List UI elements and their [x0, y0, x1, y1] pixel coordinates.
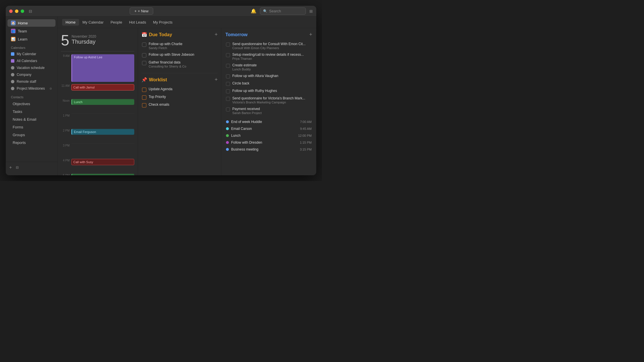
event-dot-purple	[226, 141, 229, 144]
contacts-label: Contacts	[6, 92, 57, 100]
tomorrow-header: Tomorrow +	[225, 32, 312, 38]
tomorrow-task-circle-back[interactable]: Circle back	[225, 80, 312, 87]
time-slot-noon: Lunch	[71, 99, 134, 113]
layout-toggle-icon[interactable]: ⊞	[309, 9, 313, 14]
event-dot-blue	[226, 120, 229, 123]
time-row-1pm: 1 PM	[61, 113, 134, 128]
worklist-add-button[interactable]: +	[214, 77, 218, 83]
tomorrow-task-sub: Priya Thaman	[232, 57, 312, 60]
settings-icon: ⚙	[49, 87, 52, 90]
tomorrow-task-ruthy[interactable]: Follow up with Ruthy Hughes	[225, 87, 312, 95]
event-title: Lunch	[74, 100, 83, 104]
tab-people[interactable]: People	[107, 19, 125, 26]
sidebar-item-groups[interactable]: Groups	[7, 131, 55, 138]
search-placeholder: Search	[269, 9, 281, 13]
sidebar-toggle-icon[interactable]: ⊟	[29, 9, 32, 14]
event-dog-park[interactable]: Dog Park	[71, 174, 134, 175]
tomorrow-checkbox[interactable]	[226, 53, 230, 57]
sidebar-item-all-calendars[interactable]: All Calendars	[7, 58, 55, 64]
tab-hot-leads[interactable]: Hot Leads	[126, 19, 150, 26]
worklist-checkbox[interactable]	[142, 103, 146, 107]
time-slot-1pm	[71, 113, 134, 128]
tomorrow-task-victoria[interactable]: Send questionnaire for Victoria's Branch…	[225, 95, 312, 105]
worklist-header: 📌 Worklist +	[141, 77, 218, 83]
event-call-jamul[interactable]: Call with Jamul	[71, 84, 134, 90]
my-calendar-icon	[11, 52, 14, 56]
task-item-steve[interactable]: Follow up with Steve Jobeson	[141, 51, 218, 59]
sidebar-item-my-calendar[interactable]: My Calendar	[7, 51, 55, 57]
worklist-item-priority[interactable]: Top Priority	[141, 93, 218, 101]
minimize-button[interactable]	[15, 9, 18, 13]
task-checkbox[interactable]	[142, 43, 146, 47]
event-lunch[interactable]: Lunch	[71, 99, 134, 105]
time-label-noon: Noon	[61, 99, 71, 102]
time-event-carson[interactable]: Email Carson 9:45 AM	[225, 125, 312, 132]
tab-home[interactable]: Home	[62, 19, 79, 26]
time-event-time: 12:00 PM	[298, 134, 312, 137]
task-item-charlie[interactable]: Follow up with Charlie Sandy Fletch	[141, 41, 218, 51]
worklist-task-title: Update Agenda	[149, 87, 217, 91]
bell-icon[interactable]: 🔔	[251, 8, 256, 14]
due-today-add-button[interactable]: +	[214, 32, 218, 38]
sidebar-item-remote-staff[interactable]: Remote staff	[7, 78, 55, 85]
worklist-task-title: Top Priority	[149, 95, 217, 99]
sidebar-item-project-milestones[interactable]: Project Milestones ⚙	[7, 85, 55, 92]
sidebar-bottom: + ⊟	[6, 162, 57, 173]
time-label-1pm: 1 PM	[61, 113, 71, 117]
tomorrow-checkbox[interactable]	[226, 89, 230, 93]
worklist-checkbox[interactable]	[142, 95, 146, 100]
section-divider	[141, 73, 218, 73]
sidebar-item-notes-email[interactable]: Notes & Email	[7, 116, 55, 123]
task-checkbox[interactable]	[142, 53, 146, 57]
tab-my-projects[interactable]: My Projects	[150, 19, 176, 26]
sidebar-item-vacation-schedule[interactable]: Vacation schedule	[7, 65, 55, 71]
time-event-huddle[interactable]: End of week Huddle 7:00 AM	[225, 118, 312, 125]
search-bar[interactable]: 🔍 Search	[260, 7, 306, 15]
time-event-lunch[interactable]: Lunch 12:00 PM	[225, 132, 312, 139]
tomorrow-task-estimate[interactable]: Create estimate Lunch Buddy	[225, 62, 312, 72]
company-icon	[11, 73, 14, 76]
tomorrow-task-title: Circle back	[232, 81, 312, 85]
sidebar-item-team[interactable]: 👥 Team	[7, 27, 55, 35]
worklist-checkbox[interactable]	[142, 88, 146, 92]
close-button[interactable]	[9, 9, 13, 13]
sidebar-item-forms[interactable]: Forms	[7, 124, 55, 131]
worklist-item-agenda[interactable]: Update Agenda	[141, 86, 218, 93]
tomorrow-checkbox[interactable]	[226, 107, 230, 111]
tomorrow-checkbox[interactable]	[226, 64, 230, 68]
time-row-11am: 11 AM Call with Jamul	[61, 84, 134, 99]
worklist-item-emails[interactable]: Check emails	[141, 101, 218, 109]
tomorrow-task-payment[interactable]: Payment received Sarah Barton Project	[225, 105, 312, 116]
tomorrow-checkbox[interactable]	[226, 43, 230, 47]
event-email-ferguson[interactable]: Email Ferguson	[71, 129, 134, 135]
time-event-dresden[interactable]: Follow with Dresden 1:15 PM	[225, 139, 312, 146]
tomorrow-task-title: Create estimate	[232, 63, 312, 67]
sidebar-item-company[interactable]: Company	[7, 72, 55, 78]
event-follow-up-astrid[interactable]: Follow up Astrid Lee	[71, 54, 134, 82]
maximize-button[interactable]	[21, 9, 24, 13]
event-call-susy[interactable]: Call with Susy	[71, 159, 134, 165]
tomorrow-task-priya[interactable]: Setup meeting/call to review details if …	[225, 51, 312, 62]
search-icon: 🔍	[263, 9, 267, 13]
sidebar: 🏠 Home 👥 Team 📊 Learn Calendars My Calen…	[6, 17, 57, 175]
tomorrow-task-emon[interactable]: Send questionnaire for Consult With Emon…	[225, 41, 312, 51]
sidebar-item-objectives[interactable]: Objectives	[7, 100, 55, 107]
sidebar-item-tasks[interactable]: Tasks	[7, 108, 55, 115]
sidebar-view-toggle[interactable]: ⊟	[15, 165, 20, 170]
remote-staff-icon	[11, 80, 14, 83]
time-event-business[interactable]: Business meeting 3:15 PM	[225, 146, 312, 153]
tomorrow-checkbox[interactable]	[226, 97, 230, 101]
task-checkbox[interactable]	[142, 61, 146, 65]
tomorrow-checkbox[interactable]	[226, 82, 230, 86]
tomorrow-add-button[interactable]: +	[309, 32, 312, 38]
add-calendar-button[interactable]: +	[8, 164, 13, 171]
new-button[interactable]: + + New	[130, 7, 154, 15]
tab-my-calendar[interactable]: My Calendar	[79, 19, 107, 26]
tomorrow-task-allura[interactable]: Follow up with Allura Vaughan	[225, 72, 312, 80]
task-item-financial[interactable]: Gather financial data Consulting for She…	[141, 59, 218, 70]
top-nav: Home My Calendar People Hot Leads My Pro…	[57, 17, 316, 28]
sidebar-item-reports[interactable]: Reports	[7, 139, 55, 146]
tomorrow-checkbox[interactable]	[226, 74, 230, 78]
sidebar-item-learn[interactable]: 📊 Learn	[7, 35, 55, 43]
sidebar-item-home[interactable]: 🏠 Home	[7, 19, 55, 27]
